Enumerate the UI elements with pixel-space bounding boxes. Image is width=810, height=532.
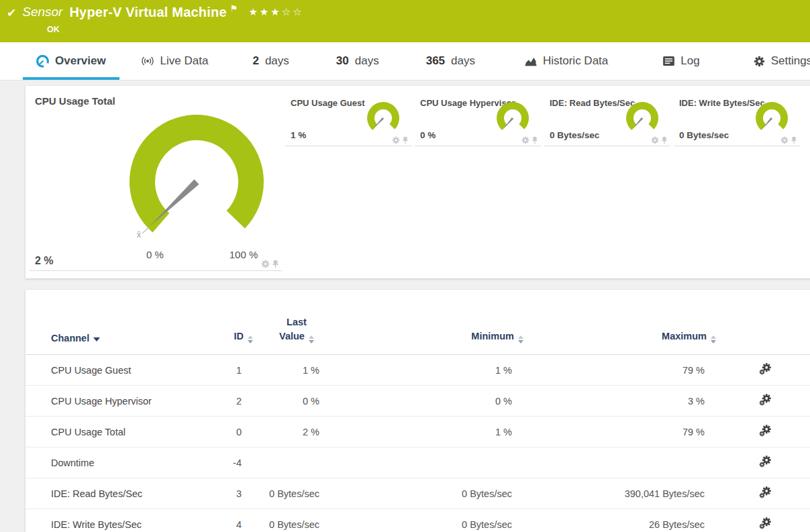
- tab-label: days: [355, 54, 379, 68]
- area-chart-icon: [525, 56, 537, 66]
- tab-live-data[interactable]: Live Data: [128, 42, 222, 80]
- channel-name: IDE: Read Bytes/Sec: [26, 478, 212, 509]
- tab-label: Log: [680, 54, 699, 68]
- maximum-value: 3 %: [512, 386, 705, 417]
- priority-flag-icon[interactable]: ⚑: [230, 3, 238, 13]
- tab-2-days[interactable]: 2 days: [239, 42, 302, 80]
- channel-id: 4: [212, 509, 242, 532]
- gear-icon[interactable]: [392, 136, 400, 144]
- sort-icon: [711, 335, 716, 343]
- channel-name: CPU Usage Total: [26, 417, 212, 447]
- gear-icon: [754, 56, 765, 67]
- minimum-value: [319, 447, 512, 478]
- sensor-status-text: OK: [47, 25, 60, 34]
- gauge-scale-min: 0 %: [137, 249, 173, 260]
- tab-30-days[interactable]: 30 days: [323, 42, 393, 80]
- sort-icon: [518, 335, 523, 343]
- pin-icon[interactable]: [402, 136, 409, 144]
- sort-desc-icon: [93, 337, 100, 341]
- channel-id: 1: [212, 355, 242, 386]
- pin-icon[interactable]: [661, 136, 668, 144]
- last-value: 0 Bytes/sec: [242, 509, 319, 532]
- tab-label: Settings: [771, 54, 810, 68]
- gauge-tile-ide-write: IDE: Write Bytes/Sec 0 Bytes/sec: [674, 94, 800, 146]
- minimum-value: 1 %: [319, 355, 512, 386]
- channel-settings-icon[interactable]: [759, 517, 771, 529]
- column-header-channel[interactable]: Channel: [26, 290, 212, 355]
- gauge-tile-cpu-usage-total: CPU Usage Total x̄ 0 % 100 % 2 %: [30, 86, 282, 271]
- channel-settings-icon[interactable]: [759, 486, 771, 498]
- column-header-id[interactable]: ID: [212, 290, 242, 355]
- sensor-title: Hyper-V Virtual Machine: [69, 5, 226, 20]
- column-header-maximum[interactable]: Maximum: [512, 290, 705, 355]
- maximum-value: [512, 447, 705, 478]
- gauge-title: CPU Usage Total: [35, 95, 115, 107]
- small-gauge: [493, 101, 533, 136]
- tab-label: Overview: [55, 54, 106, 68]
- maximum-value: 79 %: [512, 417, 705, 447]
- sort-icon: [248, 335, 253, 343]
- gauge-tile-cpu-usage-guest: CPU Usage Guest 1 %: [285, 94, 411, 146]
- channel-id: 2: [212, 386, 242, 417]
- channel-name: Downtime: [26, 447, 212, 478]
- table-row[interactable]: IDE: Read Bytes/Sec 3 0 Bytes/sec 0 Byte…: [26, 478, 810, 509]
- pin-icon[interactable]: [791, 136, 797, 144]
- tab-label: Historic Data: [543, 54, 608, 68]
- minimum-value: 1 %: [319, 417, 512, 447]
- channel-name: CPU Usage Hypervisor: [26, 386, 212, 417]
- tab-number: 365: [426, 54, 445, 68]
- channel-settings-icon[interactable]: [759, 363, 771, 375]
- channel-name: IDE: Write Bytes/Sec: [26, 509, 212, 532]
- gauge-title: CPU Usage Guest: [291, 98, 365, 108]
- maximum-value: 26 Bytes/sec: [512, 509, 705, 532]
- sensor-kind-label: Sensor: [22, 5, 62, 19]
- status-ok-check-icon: ✔: [7, 6, 16, 20]
- tab-label: days: [451, 54, 475, 68]
- gear-icon[interactable]: [651, 136, 659, 144]
- table-row[interactable]: CPU Usage Hypervisor 2 0 % 0 % 3 %: [26, 386, 810, 417]
- live-data-icon: [141, 55, 154, 67]
- table-row[interactable]: Downtime -4: [26, 447, 810, 478]
- last-value: 1 %: [242, 355, 319, 386]
- tab-number: 30: [336, 54, 349, 68]
- gear-icon[interactable]: [780, 136, 789, 144]
- small-gauge: [622, 101, 662, 136]
- log-list-icon: [663, 56, 674, 66]
- gauges-panel: CPU Usage Total x̄ 0 % 100 % 2 % CPU Usa…: [26, 86, 810, 278]
- tab-settings[interactable]: Settings: [740, 42, 810, 80]
- tab-log[interactable]: Log: [650, 42, 713, 80]
- tab-overview[interactable]: Overview: [23, 42, 119, 80]
- channel-settings-icon[interactable]: [759, 456, 771, 468]
- gauge-current-value: 0 %: [420, 130, 436, 140]
- gauge-current-value: 0 Bytes/sec: [550, 130, 599, 140]
- channel-id: -4: [212, 447, 242, 478]
- gear-icon[interactable]: [261, 260, 270, 268]
- minimum-value: 0 Bytes/sec: [319, 478, 512, 509]
- gauge-scale-max: 100 %: [225, 249, 262, 260]
- pin-icon[interactable]: [272, 260, 279, 268]
- tab-historic-data[interactable]: Historic Data: [511, 42, 621, 80]
- maximum-value: 79 %: [512, 355, 705, 386]
- pin-icon[interactable]: [531, 136, 538, 144]
- channel-id: 3: [212, 478, 242, 509]
- last-value: [242, 447, 319, 478]
- last-value: 0 %: [242, 386, 319, 417]
- last-value: 2 %: [242, 417, 319, 447]
- priority-star-rating[interactable]: ★★★☆☆: [248, 6, 303, 18]
- tab-number: 2: [252, 54, 258, 68]
- channel-settings-icon[interactable]: [759, 394, 771, 406]
- channel-id: 0: [212, 417, 242, 447]
- small-gauge: [363, 101, 403, 136]
- table-row[interactable]: CPU Usage Total 0 2 % 1 % 79 %: [26, 417, 810, 447]
- tab-365-days[interactable]: 365 days: [413, 42, 489, 80]
- tab-label: Live Data: [160, 54, 209, 68]
- channel-settings-icon[interactable]: [759, 425, 771, 437]
- minimum-value: 0 %: [319, 386, 512, 417]
- table-row[interactable]: IDE: Write Bytes/Sec 4 0 Bytes/sec 0 Byt…: [26, 509, 810, 532]
- gauge-tile-ide-read: IDE: Read Bytes/Sec 0 Bytes/sec: [544, 94, 670, 146]
- column-header-minimum[interactable]: Minimum: [319, 290, 512, 355]
- channel-table-panel: Channel ID Last Value Minimum Maximum: [26, 290, 810, 532]
- column-header-last-value[interactable]: Last Value: [242, 290, 319, 355]
- gear-icon[interactable]: [521, 136, 529, 144]
- table-row[interactable]: CPU Usage Guest 1 1 % 1 % 79 %: [26, 355, 810, 386]
